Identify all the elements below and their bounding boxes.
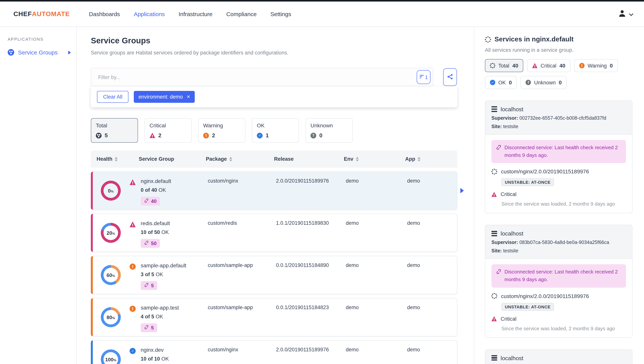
health-status-label: Critical — [501, 316, 516, 322]
critical-triangle-icon — [532, 63, 538, 68]
column-header-health[interactable]: Health — [91, 156, 139, 162]
status-card-unknown[interactable]: Unknown 0 — [306, 118, 353, 143]
health-status-label: Critical — [501, 192, 516, 197]
nav-applications[interactable]: Applications — [134, 11, 165, 17]
table-row[interactable]: 80% sample-app.test 4 of 5 OK 5 custom/s… — [91, 298, 457, 336]
column-header-app[interactable]: App — [405, 156, 457, 162]
service-groups-table: Health Service Group Package Release Env… — [91, 150, 457, 364]
habitat-dots-icon — [492, 169, 497, 175]
panel-badge-total[interactable]: Total40 — [485, 59, 523, 72]
page-subtitle: Service groups are Habitat services orde… — [91, 50, 457, 56]
package-cell: custom/sample-app — [208, 256, 276, 294]
table-row[interactable]: 100% nginx.dev 10 of 10 OK 10 custom/ngi… — [91, 340, 457, 364]
update-strategy-badge: UNSTABLE: AT-ONCE — [502, 179, 554, 186]
status-card-count: 1 — [266, 132, 269, 138]
warning-circle-icon — [579, 63, 584, 68]
sort-arrows-icon[interactable] — [356, 157, 359, 161]
table-row[interactable]: 0% nginx.default 0 of 40 OK 40 custom/ng… — [91, 171, 457, 210]
status-card-ok[interactable]: OK 1 — [252, 118, 299, 143]
supervisor-line: Supervisor: 083b07ca-5830-4a8d-be0a-9034… — [492, 240, 626, 245]
service-groups-main: Service Groups Service groups are Habita… — [77, 27, 474, 364]
service-card: localhost Supervisor: 002732ee-6557-405c… — [485, 101, 632, 213]
disconnected-icon — [496, 269, 502, 284]
critical-triangle-icon — [492, 192, 497, 197]
panel-badge-critical[interactable]: Critical40 — [527, 59, 570, 72]
clear-all-button[interactable]: Clear All — [97, 91, 128, 103]
column-header-env[interactable]: Env — [344, 156, 405, 162]
table-row[interactable]: 60% sample-app.default 3 of 5 OK 5 custo… — [91, 256, 457, 294]
unknown-question-icon — [526, 80, 531, 85]
nav-dashboards[interactable]: Dashboards — [89, 11, 120, 17]
row-status-icon — [130, 221, 136, 227]
env-cell: demo — [346, 214, 407, 252]
table-row[interactable]: 20% redis.default 10 of 50 OK 50 custom/… — [91, 214, 457, 252]
services-side-panel: Services in nginx.default All services r… — [474, 27, 644, 364]
panel-badge-warning[interactable]: Warning0 — [574, 59, 618, 72]
health-note: Since the service was loaded, 2 months 9… — [502, 201, 626, 207]
ok-ratio: 0 of 40 OK — [141, 187, 208, 193]
ok-ratio: 10 of 10 OK — [141, 356, 208, 362]
sidebar-item-label: Service Groups — [18, 49, 58, 56]
status-card-critical[interactable]: Critical 2 — [144, 118, 192, 143]
site-line: Site: testsite — [492, 124, 626, 129]
filter-count-button[interactable]: 1 — [417, 70, 430, 84]
nav-infrastructure[interactable]: Infrastructure — [179, 11, 212, 17]
row-status-icon — [130, 179, 136, 185]
nav-settings[interactable]: Settings — [270, 11, 291, 17]
package-cell: custom/nginx — [208, 172, 276, 209]
service-group-name: nginx.default — [141, 178, 208, 184]
chef-automate-logo[interactable]: CHEF AUTOMATE — [14, 10, 70, 18]
panel-badge-unknown[interactable]: Unknown0 — [521, 76, 567, 89]
service-card-header: localhost Supervisor: 0c0a6b1f-f9f2-4fe6… — [485, 350, 632, 364]
sidebar-item-service-groups[interactable]: Service Groups — [0, 48, 76, 57]
disconnected-icon — [144, 240, 149, 246]
filter-input-box: 1 — [91, 68, 433, 86]
column-header-package[interactable]: Package — [206, 156, 274, 162]
row-status-icon — [130, 263, 136, 270]
column-header-release[interactable]: Release — [274, 156, 344, 162]
package-cell: custom/sample-app — [208, 298, 276, 336]
filter-input[interactable] — [97, 74, 417, 80]
ok-ratio: 3 of 5 OK — [141, 272, 208, 277]
status-card-warning[interactable]: Warning 2 — [198, 118, 245, 143]
panel-badge-ok[interactable]: OK0 — [485, 76, 517, 89]
page-title: Service Groups — [91, 36, 457, 45]
health-note: Since the service was loaded, 2 months 9… — [502, 325, 626, 331]
share-icon — [447, 74, 453, 81]
sort-arrows-icon[interactable] — [229, 157, 232, 161]
service-group-name: redis.default — [141, 220, 208, 226]
status-card-total[interactable]: Total 5 — [91, 118, 138, 143]
warning-circle-icon — [203, 133, 209, 138]
service-card-body: Disconnected service: Last health check … — [485, 135, 632, 213]
expand-arrow-icon[interactable] — [68, 51, 71, 54]
status-card-label: Unknown — [310, 122, 348, 129]
filter-lines-icon — [419, 74, 424, 80]
release-cell: 1.0.1/20190115189830 — [276, 214, 346, 252]
release-cell: 2.0.0/20190115189976 — [276, 172, 346, 209]
share-button[interactable] — [443, 68, 457, 86]
disconnected-alert: Disconnected service: Last health check … — [492, 140, 626, 163]
service-card: localhost Supervisor: 0c0a6b1f-f9f2-4fe6… — [485, 349, 632, 364]
env-cell: demo — [346, 256, 407, 294]
nav-compliance[interactable]: Compliance — [226, 11, 256, 17]
sort-arrows-icon[interactable] — [418, 157, 421, 161]
filter-chip-environment-demo[interactable]: environment: demo — [134, 91, 195, 103]
panel-title: Services in nginx.default — [494, 35, 574, 43]
host-name: localhost — [501, 106, 523, 112]
habitat-dots-icon — [492, 293, 497, 299]
disconnected-icon — [144, 198, 149, 204]
env-cell: demo — [346, 340, 407, 364]
disconnected-icon — [496, 145, 502, 159]
chip-close-icon[interactable] — [187, 94, 190, 99]
release-cell: 0.0.1/20190115184890 — [276, 256, 346, 294]
package-cell: custom/redis — [208, 214, 276, 252]
filter-chip-label: environment: demo — [138, 94, 183, 100]
env-cell: demo — [346, 298, 407, 336]
unknown-question-icon — [310, 133, 316, 138]
user-menu-button[interactable] — [618, 9, 633, 19]
top-navbar: CHEF AUTOMATE Dashboards Applications In… — [0, 0, 644, 27]
sort-arrows-icon[interactable] — [115, 157, 118, 161]
column-header-service-group[interactable]: Service Group — [139, 156, 206, 162]
total-dots-icon — [490, 63, 495, 68]
status-card-count: 2 — [158, 132, 162, 138]
